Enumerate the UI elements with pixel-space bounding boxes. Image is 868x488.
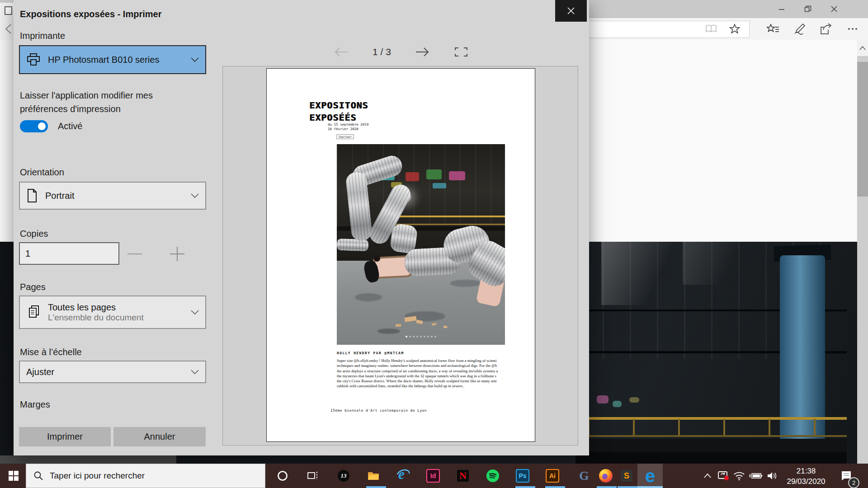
orientation-dropdown[interactable]: Portrait (19, 182, 206, 210)
sync-icon (717, 470, 729, 481)
web-note-button[interactable] (790, 22, 808, 36)
back-icon[interactable] (4, 23, 13, 34)
illustrator-button[interactable]: Ai (542, 464, 563, 488)
favorite-star-button[interactable] (726, 22, 744, 36)
tray-clock[interactable]: 21:38 29/03/2020 (784, 466, 828, 487)
toggle-knob (38, 122, 46, 130)
search-placeholder: Taper ici pour rechercher (50, 471, 145, 481)
page-dates: du 15 septembre 2019 20 février 2020 (328, 122, 368, 131)
taskbar-search[interactable]: Taper ici pour rechercher (26, 464, 265, 488)
dialog-title: Expositions exposées - Imprimer (20, 9, 161, 19)
page-footer: 15ème biennale d'Art contemporain de Lyo… (330, 408, 427, 413)
copies-input[interactable] (19, 242, 119, 265)
windows-logo-icon (9, 471, 19, 481)
page-print-chip: Imprimer (336, 134, 354, 139)
page-caption: HOLLY HENDRY PAR @MNTCAM (337, 351, 404, 355)
edge-button[interactable]: e (639, 464, 661, 488)
cancel-button[interactable]: Annuler (113, 427, 206, 446)
photo-shape (613, 401, 622, 407)
dialog-close-button[interactable] (555, 0, 587, 22)
preview-panel[interactable]: EXPOSITONS EXPOSÉÉS du 15 septembre 2019… (222, 66, 578, 446)
scaling-value: Ajuster (26, 367, 184, 377)
search-icon (33, 471, 43, 481)
photo-shape (443, 326, 447, 328)
printer-dropdown[interactable]: HP Photosmart B010 series (19, 45, 206, 74)
copies-label: Copies (20, 229, 48, 239)
firefox-logo-icon (599, 469, 613, 483)
more-options-button[interactable] (844, 22, 862, 36)
cortana-icon (277, 470, 288, 482)
task-view-button[interactable] (302, 464, 324, 488)
photo-shape (780, 255, 825, 450)
reading-view-button[interactable] (702, 22, 720, 36)
window-restore-button[interactable] (798, 0, 818, 18)
file-explorer-button[interactable] (363, 464, 384, 488)
sublime-button[interactable]: S (616, 464, 637, 488)
toggle-state-label: Activé (58, 121, 82, 131)
plus-icon (169, 246, 185, 262)
previous-page-button[interactable] (333, 46, 349, 58)
increase-copies-button[interactable] (167, 244, 187, 264)
notification-badge: 2 (848, 477, 859, 488)
photo-shape (426, 169, 442, 179)
photo-shape (449, 171, 465, 180)
star-icon (729, 23, 740, 34)
restore-icon (804, 5, 811, 13)
scrollbar-thumb[interactable] (857, 62, 868, 197)
scaling-dropdown[interactable]: Ajuster (19, 361, 206, 383)
pages-icon (26, 305, 41, 320)
window-close-icon (830, 5, 838, 13)
hub-star-icon (767, 23, 779, 34)
window-minimize-button[interactable] (772, 0, 792, 18)
tray-sync-button[interactable] (714, 464, 732, 488)
photoshop-logo-icon: Ps (516, 469, 529, 483)
share-button[interactable] (816, 22, 835, 36)
app-icon-g[interactable]: G (573, 464, 595, 488)
tray-expand-button[interactable] (700, 464, 715, 488)
app-icon-b13[interactable]: 13 (333, 464, 354, 488)
start-button[interactable] (3, 464, 24, 488)
active-app-indicator (637, 486, 663, 488)
ellipsis-icon (847, 27, 858, 31)
person-shape (374, 255, 380, 262)
tray-battery-button[interactable] (746, 464, 765, 488)
cortana-button[interactable] (272, 464, 293, 488)
spotify-button[interactable] (482, 464, 504, 488)
scrollbar-up-button[interactable] (857, 40, 868, 56)
portrait-icon (26, 188, 38, 203)
active-app-indicator (618, 486, 637, 488)
firefox-button[interactable] (595, 464, 617, 488)
app-prefs-toggle[interactable] (20, 120, 48, 132)
chevron-up-icon (704, 474, 711, 478)
photo-shape (406, 172, 419, 181)
scaling-label: Mise à l’échelle (20, 347, 82, 357)
clock-date: 29/03/2020 (784, 476, 828, 487)
wifi-icon (733, 471, 745, 480)
chevron-down-icon (191, 370, 199, 375)
tray-wifi-button[interactable] (731, 464, 748, 488)
print-dialog: Expositions exposées - Imprimer Impriman… (14, 0, 589, 455)
decrease-copies-button[interactable] (125, 244, 145, 264)
active-app-indicator (366, 486, 386, 488)
address-bar[interactable] (586, 21, 750, 38)
printer-icon (26, 53, 41, 66)
pen-icon (793, 23, 806, 35)
photo-shape (629, 397, 639, 403)
netflix-button[interactable]: N (452, 464, 474, 488)
next-page-button[interactable] (415, 46, 431, 58)
print-button[interactable]: Imprimer (19, 427, 111, 446)
fit-to-page-button[interactable] (454, 47, 468, 57)
active-app-indicator (545, 486, 565, 488)
tray-volume-button[interactable] (763, 464, 782, 488)
minimize-icon (778, 6, 785, 12)
photoshop-button[interactable]: Ps (512, 464, 533, 488)
internet-explorer-button[interactable]: e (392, 464, 414, 488)
favorites-hub-button[interactable] (764, 22, 782, 36)
page-title: EXPOSITONS EXPOSÉÉS (309, 99, 368, 124)
window-close-button[interactable] (824, 0, 844, 18)
pages-dropdown[interactable]: Toutes les pagesL'ensemble du document (19, 296, 206, 329)
indesign-button[interactable]: Id (422, 464, 444, 488)
page-indicator: 1 / 3 (373, 47, 391, 57)
ie-logo-icon: e (396, 469, 410, 483)
edge-logo-icon: e (645, 469, 655, 483)
